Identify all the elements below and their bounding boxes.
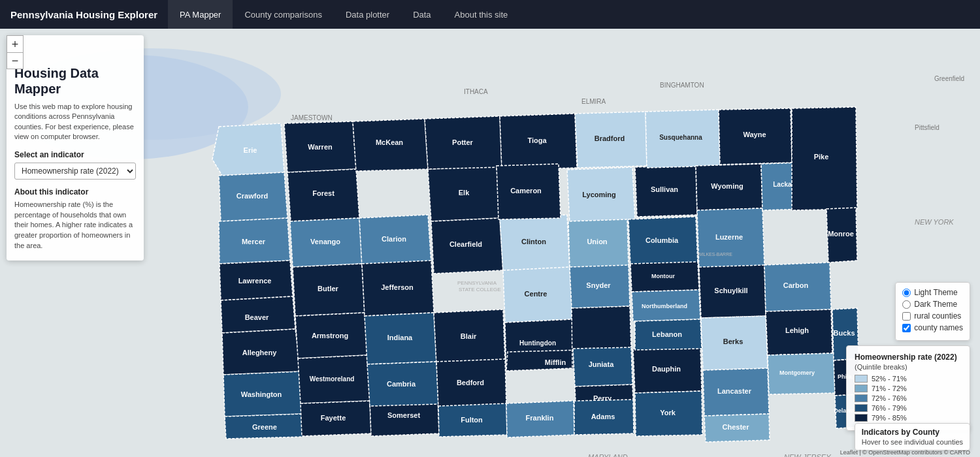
nav-data[interactable]: Data	[401, 0, 442, 29]
svg-text:Franklin: Franklin	[526, 414, 554, 422]
svg-text:Allegheny: Allegheny	[242, 349, 277, 356]
legend-item: 72% - 76%	[855, 394, 962, 402]
svg-text:Sullivan: Sullivan	[651, 185, 678, 193]
svg-text:Potter: Potter	[452, 138, 474, 146]
svg-text:PENNSYLVANIA: PENNSYLVANIA	[457, 280, 497, 286]
svg-text:Fulton: Fulton	[461, 416, 483, 424]
rural-counties-label: rural counties	[914, 311, 961, 321]
pennsylvania-map[interactable]: Erie Crawford Mercer Lawrence Beaver All…	[0, 29, 980, 457]
svg-text:McKean: McKean	[376, 138, 403, 146]
svg-text:Clearfield: Clearfield	[449, 240, 482, 248]
svg-text:Columbia: Columbia	[645, 236, 679, 244]
options-panel: Light Theme Dark Theme rural counties co…	[895, 282, 970, 341]
svg-text:NEW YORK: NEW YORK	[915, 218, 954, 226]
svg-text:NEW JERSEY: NEW JERSEY	[784, 453, 831, 457]
legend-item: 79% - 85%	[855, 414, 962, 422]
svg-text:Mifflin: Mifflin	[545, 358, 566, 366]
legend-item: 76% - 79%	[855, 404, 962, 412]
county-names-checkbox[interactable]	[902, 324, 911, 332]
svg-text:Beaver: Beaver	[245, 313, 269, 321]
svg-text:Clarion: Clarion	[382, 235, 406, 243]
rural-counties-checkbox[interactable]	[902, 312, 911, 321]
svg-text:Huntingdon: Huntingdon	[519, 339, 556, 347]
legend-item: 71% - 72%	[855, 385, 962, 392]
county-names-option[interactable]: county names	[902, 323, 963, 332]
dark-theme-radio[interactable]	[902, 300, 911, 309]
svg-text:ELMIRA: ELMIRA	[581, 98, 606, 105]
svg-text:Snyder: Snyder	[586, 281, 611, 289]
about-indicator-text: Homeownership rate (%) is the percentage…	[14, 200, 136, 252]
svg-text:Adams: Adams	[591, 413, 615, 420]
svg-text:Bedford: Bedford	[457, 379, 484, 386]
svg-text:Lebanon: Lebanon	[652, 330, 682, 338]
svg-text:Lawrence: Lawrence	[238, 277, 272, 285]
svg-text:York: York	[660, 409, 676, 417]
svg-text:Northumberland: Northumberland	[642, 303, 687, 309]
map-attribution: Leaflet | © OpenStreetMap contributors ©…	[840, 449, 970, 456]
svg-text:Pike: Pike	[814, 153, 829, 161]
svg-text:Juniata: Juniata	[589, 360, 614, 368]
legend-item: 52% - 71%	[855, 375, 962, 383]
svg-text:Wayne: Wayne	[743, 131, 766, 138]
svg-text:Armstrong: Armstrong	[312, 332, 348, 339]
about-indicator-label: About this indicator	[14, 187, 136, 197]
svg-text:Lycoming: Lycoming	[582, 191, 616, 198]
svg-text:Mercer: Mercer	[242, 238, 266, 245]
light-theme-radio[interactable]	[902, 289, 911, 297]
svg-text:Monroe: Monroe	[828, 230, 854, 238]
indicators-tooltip-subtitle: Hover to see individual counties	[862, 438, 963, 446]
svg-text:Centre: Centre	[525, 290, 547, 298]
indicators-tooltip: Indicators by County Hover to see indivi…	[855, 423, 970, 450]
svg-text:Berks: Berks	[723, 338, 743, 345]
sidebar-description: Use this web map to explore housing cond…	[14, 102, 136, 142]
svg-text:MARYLAND: MARYLAND	[588, 453, 628, 457]
svg-text:Pittsfield: Pittsfield	[915, 124, 939, 131]
svg-text:Fayette: Fayette	[321, 414, 346, 422]
svg-text:Butler: Butler	[318, 285, 339, 292]
svg-text:Wyoming: Wyoming	[711, 182, 743, 190]
svg-text:ITHACA: ITHACA	[464, 88, 488, 95]
svg-text:Tioga: Tioga	[527, 136, 547, 144]
dark-theme-option[interactable]: Dark Theme	[902, 300, 963, 309]
indicator-select[interactable]: Homeownership rate (2022) Median home va…	[14, 163, 136, 180]
svg-text:Elk: Elk	[459, 189, 470, 197]
svg-text:Indiana: Indiana	[387, 334, 413, 341]
svg-text:Susquehanna: Susquehanna	[659, 134, 702, 141]
svg-text:Dauphin: Dauphin	[652, 365, 681, 373]
svg-text:Cambria: Cambria	[387, 380, 416, 388]
svg-text:Greenfield: Greenfield	[934, 75, 964, 82]
svg-text:Montour: Montour	[651, 273, 675, 279]
svg-text:Forest: Forest	[312, 189, 335, 197]
svg-text:Somerset: Somerset	[387, 411, 420, 419]
svg-text:JAMESTOWN: JAMESTOWN	[291, 114, 333, 121]
nav-county-comparisons[interactable]: County comparisons	[233, 0, 334, 29]
nav-about[interactable]: About this site	[443, 0, 520, 29]
map-container: Erie Crawford Mercer Lawrence Beaver All…	[0, 29, 980, 457]
light-theme-option[interactable]: Light Theme	[902, 288, 963, 297]
svg-text:Warren: Warren	[308, 143, 333, 151]
svg-text:Montgomery: Montgomery	[779, 370, 815, 376]
svg-text:Clinton: Clinton	[521, 238, 546, 245]
svg-text:Greene: Greene	[252, 423, 277, 431]
brand-title: Pennsylvania Housing Explorer	[8, 9, 168, 20]
zoom-out-button[interactable]: −	[7, 52, 24, 69]
nav-data-plotter[interactable]: Data plotter	[334, 0, 401, 29]
select-indicator-label: Select an indicator	[14, 150, 136, 159]
svg-text:Bucks: Bucks	[833, 329, 855, 337]
svg-text:Jefferson: Jefferson	[381, 283, 414, 291]
svg-text:STATE COLLEGE: STATE COLLEGE	[459, 287, 501, 292]
legend-panel: Homeownership rate (2022) (Quintile brea…	[846, 345, 970, 431]
svg-text:Luzerne: Luzerne	[715, 233, 743, 241]
zoom-in-button[interactable]: +	[7, 35, 24, 52]
indicators-tooltip-title: Indicators by County	[862, 428, 963, 437]
svg-text:Westmoreland: Westmoreland	[310, 375, 355, 383]
svg-text:Bradford: Bradford	[595, 134, 625, 142]
svg-text:Schuylkill: Schuylkill	[714, 287, 747, 294]
nav-pa-mapper[interactable]: PA Mapper	[168, 0, 233, 29]
sidebar-title: Housing Data Mapper	[14, 65, 136, 97]
svg-text:Union: Union	[587, 238, 607, 245]
svg-text:Cameron: Cameron	[510, 187, 542, 195]
svg-text:Crawford: Crawford	[237, 192, 268, 200]
rural-counties-option[interactable]: rural counties	[902, 311, 963, 321]
sidebar-panel: Housing Data Mapper Use this web map to …	[7, 35, 144, 260]
